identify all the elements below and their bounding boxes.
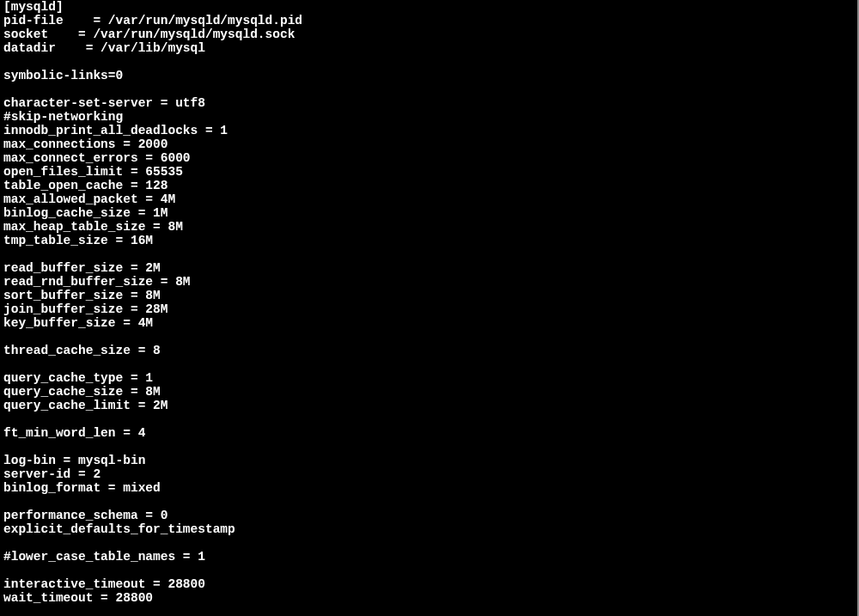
config-line: query_cache_type = 1 <box>3 371 854 385</box>
config-line: key_buffer_size = 4M <box>3 316 854 330</box>
config-line: read_buffer_size = 2M <box>3 261 854 275</box>
config-line: #skip-networking <box>3 110 854 124</box>
config-line: log-bin = mysql-bin <box>3 454 854 467</box>
config-line: explicit_defaults_for_timestamp <box>3 522 854 536</box>
config-line: socket = /var/run/mysqld/mysqld.sock <box>3 27 854 41</box>
config-line: max_connect_errors = 6000 <box>3 151 854 165</box>
config-line: query_cache_limit = 2M <box>3 399 854 412</box>
config-line: ft_min_word_len = 4 <box>3 426 854 440</box>
config-line: max_heap_table_size = 8M <box>3 220 854 234</box>
config-line <box>3 82 854 96</box>
config-line: table_open_cache = 128 <box>3 179 854 192</box>
config-line: #lower_case_table_names = 1 <box>3 550 854 564</box>
config-line <box>3 495 854 509</box>
config-line: join_buffer_size = 28M <box>3 302 854 316</box>
config-line <box>3 564 854 577</box>
config-line: wait_timeout = 28800 <box>3 591 854 605</box>
config-line: read_rnd_buffer_size = 8M <box>3 275 854 289</box>
config-line <box>3 357 854 371</box>
config-line: max_connections = 2000 <box>3 137 854 151</box>
config-line: innodb_print_all_deadlocks = 1 <box>3 124 854 137</box>
config-line: interactive_timeout = 28800 <box>3 577 854 591</box>
config-line: performance_schema = 0 <box>3 509 854 522</box>
config-line: max_allowed_packet = 4M <box>3 192 854 206</box>
config-line: open_files_limit = 65535 <box>3 165 854 179</box>
config-line <box>3 605 854 616</box>
config-line: sort_buffer_size = 8M <box>3 289 854 302</box>
config-line: pid-file = /var/run/mysqld/mysqld.pid <box>3 14 854 27</box>
config-line <box>3 440 854 454</box>
config-line: query_cache_size = 8M <box>3 385 854 399</box>
config-line: character-set-server = utf8 <box>3 96 854 110</box>
config-line: thread_cache_size = 8 <box>3 344 854 357</box>
config-line: datadir = /var/lib/mysql <box>3 41 854 55</box>
config-line: symbolic-links=0 <box>3 69 854 82</box>
config-line: binlog_cache_size = 1M <box>3 206 854 220</box>
config-line: server-id = 2 <box>3 467 854 481</box>
config-line <box>3 55 854 69</box>
config-line <box>3 412 854 426</box>
config-line: binlog_format = mixed <box>3 481 854 495</box>
terminal-viewport[interactable]: [mysqld]pid-file = /var/run/mysqld/mysql… <box>0 0 859 616</box>
config-line <box>3 247 854 261</box>
config-line: [mysqld] <box>3 0 854 14</box>
config-line <box>3 536 854 550</box>
config-line: tmp_table_size = 16M <box>3 234 854 247</box>
config-line <box>3 330 854 344</box>
